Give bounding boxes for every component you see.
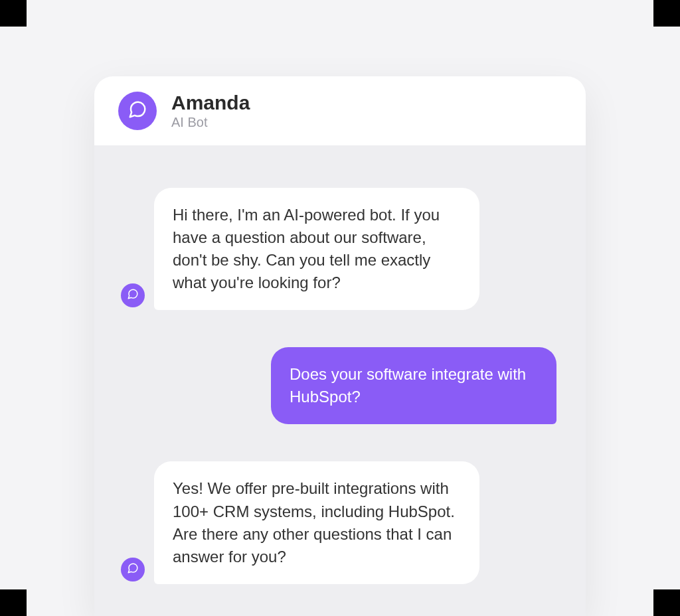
- chat-bubble-icon: [127, 562, 139, 577]
- corner-notch: [0, 0, 27, 27]
- bot-avatar: [118, 92, 157, 130]
- bot-name: Amanda: [171, 92, 250, 114]
- message-avatar: [121, 283, 145, 307]
- message-row-user: Does your software integrate with HubSpo…: [121, 347, 559, 424]
- bot-message-bubble: Yes! We offer pre-built integrations wit…: [154, 461, 479, 583]
- corner-notch: [0, 589, 27, 616]
- chat-bubble-icon: [128, 100, 147, 122]
- header-text: Amanda AI Bot: [171, 92, 250, 130]
- message-row-bot: Yes! We offer pre-built integrations wit…: [121, 461, 559, 583]
- bot-subtitle: AI Bot: [171, 115, 250, 130]
- corner-notch: [653, 0, 680, 27]
- user-message-bubble: Does your software integrate with HubSpo…: [271, 347, 556, 424]
- message-avatar: [121, 558, 145, 581]
- bot-message-bubble: Hi there, I'm an AI-powered bot. If you …: [154, 188, 479, 310]
- chat-window: Amanda AI Bot Hi there, I'm an AI-powere…: [94, 76, 586, 616]
- chat-header: Amanda AI Bot: [94, 76, 586, 145]
- chat-bubble-icon: [127, 288, 139, 303]
- corner-notch: [653, 589, 680, 616]
- message-row-bot: Hi there, I'm an AI-powered bot. If you …: [121, 188, 559, 310]
- chat-body: Hi there, I'm an AI-powered bot. If you …: [94, 145, 586, 584]
